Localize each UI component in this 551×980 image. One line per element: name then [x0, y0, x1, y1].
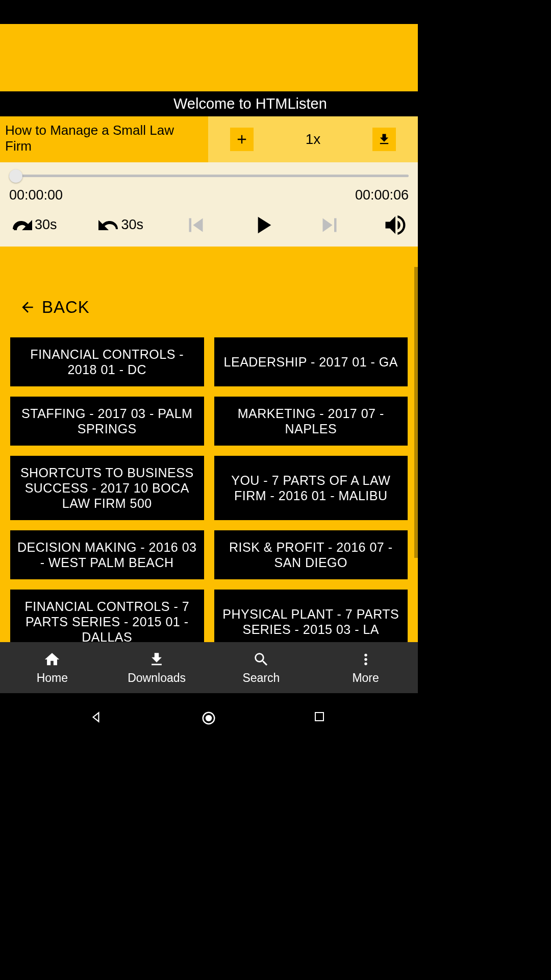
undo-icon	[96, 212, 121, 238]
download-icon	[148, 651, 165, 668]
nav-home[interactable]: Home	[0, 642, 105, 693]
back-label: BACK	[42, 298, 90, 317]
speed-button[interactable]: 1x	[297, 128, 328, 151]
nav-more[interactable]: More	[313, 642, 418, 693]
svg-point-1	[206, 715, 212, 722]
skip-back-30-button[interactable]: 30s	[96, 212, 144, 238]
back-button[interactable]: BACK	[0, 247, 418, 337]
nav-downloads[interactable]: Downloads	[105, 642, 209, 693]
track-title: How to Manage a Small Law Firm	[0, 116, 208, 162]
skip-forward-30-button[interactable]: 30s	[9, 212, 57, 238]
episode-tile[interactable]: LEADERSHIP - 2017 01 - GA	[214, 337, 408, 386]
nav-home-label: Home	[37, 671, 68, 685]
system-nav-bar	[0, 693, 418, 743]
welcome-banner: Welcome to HTMListen	[0, 91, 418, 116]
app-header	[0, 24, 418, 91]
play-button[interactable]	[248, 211, 277, 239]
scroll-indicator	[414, 267, 418, 558]
search-icon	[253, 651, 270, 668]
bottom-nav: Home Downloads Search More	[0, 642, 418, 693]
player-action-buttons: 1x	[208, 116, 418, 162]
total-time: 00:00:06	[355, 187, 409, 203]
home-icon	[43, 651, 61, 668]
episode-tile[interactable]: STAFFING - 2017 03 - PALM SPRINGS	[10, 397, 204, 446]
system-recent-button[interactable]	[313, 710, 329, 726]
episode-tile[interactable]: MARKETING - 2017 07 - NAPLES	[214, 397, 408, 446]
playback-controls: 30s 30s	[0, 203, 418, 247]
episode-grid: FINANCIAL CONTROLS - 2018 01 - DC LEADER…	[0, 337, 418, 642]
svg-rect-2	[315, 713, 323, 721]
episode-tile[interactable]: FINANCIAL CONTROLS - 7 PARTS SERIES - 20…	[10, 590, 204, 642]
status-bar	[0, 0, 418, 24]
system-home-button[interactable]	[201, 710, 216, 726]
episode-tile[interactable]: PHYSICAL PLANT - 7 PARTS SERIES - 2015 0…	[214, 590, 408, 642]
progress-area: 00:00:00 00:00:06	[0, 162, 418, 203]
current-time: 00:00:00	[9, 187, 63, 203]
add-button[interactable]	[230, 128, 254, 151]
arrow-back-icon	[19, 299, 36, 315]
content-area: BACK FINANCIAL CONTROLS - 2018 01 - DC L…	[0, 247, 418, 642]
episode-tile[interactable]: RISK & PROFIT - 2016 07 - SAN DIEGO	[214, 530, 408, 579]
nav-downloads-label: Downloads	[128, 671, 186, 685]
nav-more-label: More	[352, 671, 379, 685]
episode-tile[interactable]: FINANCIAL CONTROLS - 2018 01 - DC	[10, 337, 204, 386]
system-back-button[interactable]	[89, 710, 105, 726]
previous-track-button[interactable]	[182, 211, 210, 239]
nav-search[interactable]: Search	[209, 642, 314, 693]
volume-button[interactable]	[382, 212, 409, 238]
redo-icon	[9, 212, 35, 238]
progress-slider[interactable]	[9, 167, 409, 183]
player-info-row: How to Manage a Small Law Firm 1x	[0, 116, 418, 162]
more-icon	[357, 651, 374, 668]
episode-tile[interactable]: YOU - 7 PARTS OF A LAW FIRM - 2016 01 - …	[214, 456, 408, 520]
episode-tile[interactable]: DECISION MAKING - 2016 03 - WEST PALM BE…	[10, 530, 204, 579]
next-track-button[interactable]	[316, 211, 343, 239]
episode-tile[interactable]: SHORTCUTS TO BUSINESS SUCCESS - 2017 10 …	[10, 456, 204, 520]
skip-fwd-label: 30s	[35, 217, 57, 233]
skip-back-label: 30s	[121, 217, 144, 233]
nav-search-label: Search	[242, 671, 280, 685]
download-button[interactable]	[372, 128, 396, 151]
